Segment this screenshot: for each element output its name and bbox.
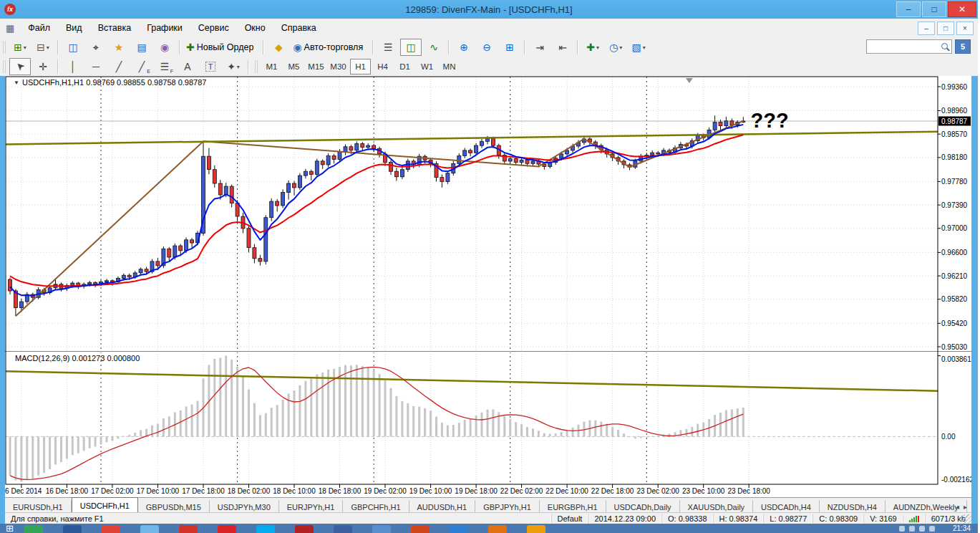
timeframe-m1[interactable]: M1 xyxy=(261,59,282,75)
child-close-button[interactable]: × xyxy=(956,21,974,35)
maximize-button[interactable]: □ xyxy=(922,1,946,17)
chart-candles-button[interactable]: ◫ xyxy=(400,39,422,56)
taskbar-app-4-icon[interactable] xyxy=(140,525,159,533)
chart-tab-audusdh[interactable]: AUDUSDh,H1 xyxy=(409,500,476,513)
timeframe-h4[interactable]: H4 xyxy=(372,59,393,75)
data-window-button[interactable]: ⌖ xyxy=(85,39,107,56)
taskbar-app-8-icon[interactable] xyxy=(295,525,314,533)
taskbar-app-2-icon[interactable] xyxy=(63,525,82,533)
chart-tab-usdcadh[interactable]: USDCADh,H4 xyxy=(753,500,820,513)
menu-item-4[interactable]: Графики xyxy=(139,21,190,35)
channel-button[interactable]: ╱E xyxy=(131,58,152,75)
news-badge[interactable]: 5 xyxy=(955,39,971,54)
taskbar-app-3-icon[interactable] xyxy=(102,525,120,533)
taskbar-app-10-icon[interactable] xyxy=(372,525,391,533)
taskbar-app-12-icon[interactable] xyxy=(450,525,468,533)
timeframe-mn[interactable]: MN xyxy=(439,59,460,75)
taskbar-app-13-icon[interactable] xyxy=(488,525,507,533)
terminal-button[interactable]: ▤ xyxy=(131,39,152,56)
search-icon[interactable] xyxy=(941,43,948,49)
chart-tab-usdjpyh[interactable]: USDJPYh,M30 xyxy=(210,500,279,513)
market-watch-button[interactable]: ◫ xyxy=(62,39,84,56)
menu-item-7[interactable]: Справка xyxy=(273,21,324,35)
toolbar-grip-2[interactable] xyxy=(3,60,6,73)
chart-tab-gbpusdh[interactable]: GBPUSDh,M15 xyxy=(138,500,210,513)
timeframe-d1[interactable]: D1 xyxy=(394,59,415,75)
chart-tab-eurjpyh[interactable]: EURJPYh,H1 xyxy=(279,500,344,513)
arrows-button[interactable]: ✦▾ xyxy=(223,58,244,75)
menu-item-1[interactable]: Файл xyxy=(20,21,58,35)
profiles-button[interactable]: ⊟▾ xyxy=(32,39,54,56)
child-restore-button[interactable]: □ xyxy=(937,21,954,35)
timeframe-w1[interactable]: W1 xyxy=(417,59,437,75)
toolbar-grip[interactable] xyxy=(3,41,6,54)
chart-shift-button[interactable]: ⇤ xyxy=(552,39,573,56)
templates-button[interactable]: ▧▾ xyxy=(628,39,649,56)
child-minimize-button[interactable]: – xyxy=(918,21,935,35)
taskbar-app-7-icon[interactable] xyxy=(256,525,275,533)
timeframe-m15[interactable]: M15 xyxy=(306,59,326,75)
auto-scroll-button[interactable]: ⇥ xyxy=(529,39,550,56)
connection-signal-icon xyxy=(903,515,925,522)
tabs-scroll-right-icon[interactable]: ▸ xyxy=(964,503,967,511)
chart-tab-xauusdh[interactable]: XAUUSDh,Daily xyxy=(680,500,753,513)
zoom-in-button[interactable]: ⊕ xyxy=(453,39,475,56)
toolbar-grip-3[interactable] xyxy=(255,60,258,73)
minimize-button[interactable]: – xyxy=(896,1,921,17)
chart-tab-eurgbph[interactable]: EURGBPh,H1 xyxy=(540,500,606,513)
taskbar-app-1-icon[interactable] xyxy=(24,525,43,533)
metaeditor-button[interactable]: ◆ xyxy=(268,39,289,56)
tile-windows-button[interactable]: ⊞ xyxy=(499,39,520,56)
indicators-button[interactable]: ✚▾ xyxy=(582,39,603,56)
chart-tab-gbpjpyh[interactable]: GBPJPYh,H1 xyxy=(475,500,540,513)
chart-tab-gbpchfh[interactable]: GBPCHFh,H1 xyxy=(343,500,409,513)
system-tray[interactable] xyxy=(899,526,935,532)
search-input[interactable] xyxy=(869,41,941,52)
cursor-button[interactable]: ➤ xyxy=(9,58,31,75)
timeframe-h1[interactable]: H1 xyxy=(350,59,371,75)
chart-line-button[interactable]: ∿ xyxy=(423,39,445,56)
taskbar-app-11-icon[interactable] xyxy=(411,525,430,533)
taskbar-clock[interactable]: 21:34 xyxy=(953,524,971,533)
chart-tab-eurusdh[interactable]: EURUSDh,H1 xyxy=(5,500,72,513)
chart-workspace[interactable]: 16 Dec 201416 Dec 18:0017 Dec 02:0017 De… xyxy=(5,76,971,497)
chart-tab-nzdusdh[interactable]: NZDUSDh,H4 xyxy=(820,500,886,513)
trendline-button[interactable]: ╱ xyxy=(108,58,130,75)
zoom-out-button[interactable]: ⊖ xyxy=(476,39,498,56)
timeframe-m5[interactable]: M5 xyxy=(283,59,304,75)
timeframe-m30[interactable]: M30 xyxy=(328,59,349,75)
chart-tab-audnzdh[interactable]: AUDNZDh,Weekly xyxy=(886,500,967,513)
navigator-button[interactable]: ★ xyxy=(108,39,130,56)
text-label-button[interactable]: T xyxy=(200,58,221,75)
autotrading-button[interactable]: ◉Авто-торговля xyxy=(291,39,369,56)
taskbar-app-6-icon[interactable] xyxy=(218,525,236,533)
chart-bars-button[interactable]: ☰ xyxy=(377,39,399,56)
taskbar-app-14-icon[interactable] xyxy=(527,525,545,533)
crosshair-button[interactable]: ✛ xyxy=(32,58,54,75)
chart-tab-usdchfh[interactable]: USDCHFh,H1 xyxy=(72,497,138,513)
terminal-icon: ▤ xyxy=(137,42,146,53)
menu-item-2[interactable]: Вид xyxy=(58,21,90,35)
menu-item-5[interactable]: Сервис xyxy=(190,21,237,35)
tabs-scroll-left-icon[interactable]: ◂ xyxy=(956,503,959,511)
chart-tab-usdcadh[interactable]: USDCADh,Daily xyxy=(606,500,680,513)
taskbar-app-9-icon[interactable] xyxy=(334,525,352,533)
taskbar-app-5-icon[interactable] xyxy=(179,525,198,533)
status-close: C: 0.98309 xyxy=(812,514,863,523)
menu-item-6[interactable]: Окно xyxy=(237,21,273,35)
horizontal-line-button[interactable]: ─ xyxy=(85,58,107,75)
status-profile[interactable]: Default xyxy=(551,514,588,523)
periods-button[interactable]: ◷▾ xyxy=(605,39,626,56)
menu-item-3[interactable]: Вставка xyxy=(90,21,139,35)
close-button[interactable]: ✕ xyxy=(948,1,976,17)
strategy-tester-button[interactable]: ◉ xyxy=(154,39,175,56)
autotrading-button-label: Авто-торговля xyxy=(304,42,364,52)
start-button[interactable]: ⊞ xyxy=(6,524,14,533)
new-order-button[interactable]: ✚Новый Ордер xyxy=(184,39,259,56)
svg-text:???: ??? xyxy=(751,109,789,132)
text-button[interactable]: A xyxy=(177,58,198,75)
resize-grip[interactable] xyxy=(961,514,971,524)
new-chart-button[interactable]: ⊞▾ xyxy=(9,39,31,56)
fibonacci-button[interactable]: ☰F xyxy=(154,58,175,75)
vertical-line-button[interactable]: │ xyxy=(62,58,84,75)
